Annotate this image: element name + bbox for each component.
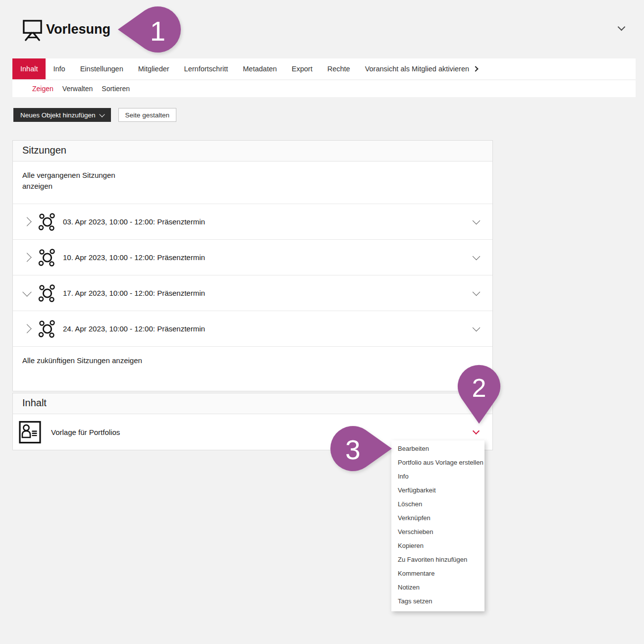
tab-info[interactable]: Info xyxy=(46,58,72,79)
show-past-sessions-link[interactable]: Alle vergangenen Sitzungen anzeigen xyxy=(13,161,492,204)
session-label[interactable]: 10. Apr 2023, 10:00 - 12:00: Präsenzterm… xyxy=(63,253,474,262)
session-group-icon xyxy=(38,213,56,231)
tab-lernfortschritt[interactable]: Lernfortschritt xyxy=(177,58,236,79)
row-collapse-chevron-icon[interactable] xyxy=(473,288,481,296)
annotation-number: 3 xyxy=(345,434,361,465)
menu-item-notizen[interactable]: Notizen xyxy=(391,581,484,594)
sessions-panel: Sitzungen Alle vergangenen Sitzungen anz… xyxy=(12,140,493,391)
expand-chevron-icon[interactable] xyxy=(22,324,31,333)
tab-rechte[interactable]: Rechte xyxy=(320,58,358,79)
annotation-balloon-1: 1 xyxy=(117,5,182,54)
menu-item-portfolio-aus-vorlage[interactable]: Portfolio aus Vorlage erstellen xyxy=(391,456,484,470)
tab-voransicht-aktivieren[interactable]: Voransicht als Mitglied aktivieren xyxy=(358,58,485,79)
tab-mitglieder[interactable]: Mitglieder xyxy=(131,58,177,79)
menu-item-bearbeiten[interactable]: Bearbeiten xyxy=(391,442,484,456)
page-title: Vorlesung xyxy=(46,22,110,37)
add-object-button[interactable]: Neues Objekt hinzufügen xyxy=(13,108,111,122)
collapse-chevron-icon[interactable] xyxy=(22,287,31,296)
session-row-expanded: 17. Apr 2023, 10:00 - 12:00: Präsenzterm… xyxy=(13,275,492,311)
menu-item-loeschen[interactable]: Löschen xyxy=(391,497,484,511)
menu-item-tags-setzen[interactable]: Tags setzen xyxy=(391,594,484,608)
session-label[interactable]: 03. Apr 2023, 10:00 - 12:00: Präsenzterm… xyxy=(63,217,474,226)
menu-item-verschieben[interactable]: Verschieben xyxy=(391,525,484,539)
portfolio-template-label[interactable]: Vorlage für Portfolios xyxy=(51,428,474,436)
menu-item-zu-favoriten[interactable]: Zu Favoriten hinzufügen xyxy=(391,553,484,567)
subtab-sortieren[interactable]: Sortieren xyxy=(102,85,130,93)
menu-item-verknuepfen[interactable]: Verknüpfen xyxy=(391,511,484,525)
portfolio-template-icon xyxy=(19,421,41,444)
session-label[interactable]: 17. Apr 2023, 10:00 - 12:00: Präsenzterm… xyxy=(63,289,474,297)
content-panel-title: Inhalt xyxy=(13,393,492,414)
chevron-right-icon xyxy=(473,66,478,71)
row-collapse-chevron-icon[interactable] xyxy=(473,253,481,261)
session-row: 10. Apr 2023, 10:00 - 12:00: Präsenzterm… xyxy=(13,239,492,275)
page: Vorlesung Inhalt Info Einstellungen Mitg… xyxy=(0,0,644,644)
row-collapse-chevron-icon[interactable] xyxy=(473,217,481,225)
tab-metadaten[interactable]: Metadaten xyxy=(235,58,284,79)
row-collapse-chevron-icon[interactable] xyxy=(473,324,481,332)
main-tab-bar: Inhalt Info Einstellungen Mitglieder Ler… xyxy=(12,58,636,79)
session-group-icon xyxy=(38,248,56,267)
sessions-panel-title: Sitzungen xyxy=(13,141,492,161)
item-actions-chevron-icon[interactable] xyxy=(473,428,480,434)
tab-export[interactable]: Export xyxy=(284,58,320,79)
menu-item-verfuegbarkeit[interactable]: Verfügbarkeit xyxy=(391,483,484,497)
page-header: Vorlesung xyxy=(0,0,644,58)
session-group-icon xyxy=(38,284,56,303)
subtab-verwalten[interactable]: Verwalten xyxy=(62,85,93,93)
sub-tab-bar: Zeigen Verwalten Sortieren xyxy=(12,80,636,97)
menu-item-kopieren[interactable]: Kopieren xyxy=(391,539,484,553)
page-collapse-chevron-icon[interactable] xyxy=(618,23,626,31)
design-page-button[interactable]: Seite gestalten xyxy=(118,108,176,122)
menu-item-info[interactable]: Info xyxy=(391,470,484,483)
session-group-icon xyxy=(38,320,56,338)
item-actions-menu: Bearbeiten Portfolio aus Vorlage erstell… xyxy=(391,440,484,611)
session-label[interactable]: 24. Apr 2023, 10:00 - 12:00: Präsenzterm… xyxy=(63,324,474,333)
annotation-number: 2 xyxy=(472,374,486,402)
subtab-zeigen[interactable]: Zeigen xyxy=(32,85,54,93)
session-row: 24. Apr 2023, 10:00 - 12:00: Präsenzterm… xyxy=(13,311,492,346)
toolbar: Neues Objekt hinzufügen Seite gestalten xyxy=(13,108,176,122)
presentation-easel-icon xyxy=(21,17,44,42)
menu-item-kommentare[interactable]: Kommentare xyxy=(391,567,484,581)
tab-inhalt[interactable]: Inhalt xyxy=(12,58,46,79)
chevron-down-icon xyxy=(99,111,105,117)
session-row: 03. Apr 2023, 10:00 - 12:00: Präsenzterm… xyxy=(13,204,492,239)
annotation-balloon-2: 2 xyxy=(457,364,501,425)
show-future-sessions-link[interactable]: Alle zukünftigen Sitzungen anzeigen xyxy=(13,346,492,391)
expand-chevron-icon[interactable] xyxy=(22,217,31,226)
expand-chevron-icon[interactable] xyxy=(22,253,31,262)
annotation-number: 1 xyxy=(150,15,165,47)
annotation-balloon-3: 3 xyxy=(329,425,393,472)
tab-einstellungen[interactable]: Einstellungen xyxy=(73,58,131,79)
